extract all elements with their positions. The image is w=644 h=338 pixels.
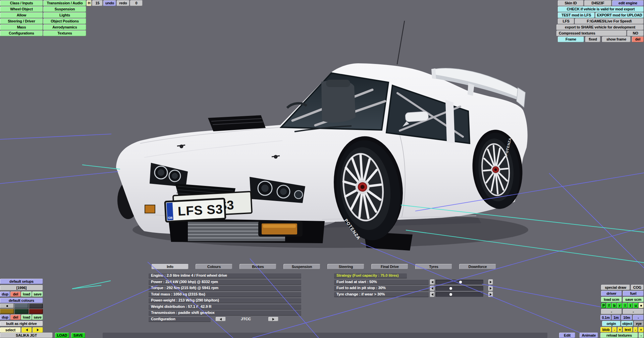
skin-id-button[interactable]: Skin ID	[558, 0, 584, 6]
built-as-right-drive[interactable]: built as right drive	[0, 321, 43, 326]
colour-swatch-5[interactable]	[14, 309, 29, 314]
colour-swatch-4[interactable]	[0, 309, 14, 314]
setup-save-button[interactable]: save	[32, 291, 43, 297]
reload-minus-button[interactable]: -	[639, 333, 644, 338]
cog-button[interactable]: COG	[631, 285, 644, 290]
tab-final-drive[interactable]: Final Drive	[371, 264, 408, 269]
frame-del-button[interactable]: del	[632, 37, 644, 42]
blob-minus-button[interactable]: -	[612, 327, 617, 332]
draw-toggle-l[interactable]: l	[623, 303, 628, 308]
pit-fuel-slider-thumb[interactable]	[449, 287, 452, 290]
configuration-prev-button[interactable]	[216, 317, 226, 321]
origin-button[interactable]: origin	[602, 321, 621, 326]
colours-save-button[interactable]: save	[32, 315, 43, 320]
animate-mode-button[interactable]: Animate	[580, 333, 598, 338]
colour-swatch-2[interactable]	[14, 303, 29, 309]
menu-suspension[interactable]: Suspension	[43, 6, 86, 12]
menu-steering-driver[interactable]: Steering / Driver	[0, 18, 43, 24]
tyre-change-slider-thumb[interactable]	[449, 293, 452, 296]
frame-fixed-button[interactable]: fixed	[585, 37, 600, 42]
text-plus-button[interactable]: +	[638, 327, 644, 332]
draw-toggle-dot[interactable]	[639, 303, 644, 308]
fuel-load-decrease-button[interactable]	[430, 279, 435, 285]
menu-class-inputs[interactable]: Class / Inputs	[0, 0, 43, 6]
check-vehicle-button[interactable]: CHECK if vehicle is valid for mod export	[558, 6, 644, 12]
tab-tyres[interactable]: Tyres	[415, 264, 452, 269]
menu-aerodynamics[interactable]: Aerodynamics	[43, 24, 86, 30]
blob-plus-button[interactable]: +	[618, 327, 622, 332]
menu-object-positions[interactable]: Object Positions	[43, 18, 86, 24]
show-frame-button[interactable]: show frame	[602, 37, 631, 42]
tab-brakes[interactable]: Brakes	[239, 264, 276, 269]
tab-suspension[interactable]: Suspension	[283, 264, 320, 269]
tyre-change-increase-button[interactable]	[488, 292, 493, 297]
colour-swatch-1[interactable]	[0, 303, 14, 309]
select-button[interactable]: select	[0, 327, 21, 333]
pit-fuel-increase-button[interactable]	[488, 286, 493, 291]
fuel-load-increase-button[interactable]	[488, 279, 493, 285]
vehicle-name[interactable]: SALIKA JGT	[0, 333, 53, 338]
menu-configurations[interactable]: Configurations	[0, 30, 43, 36]
fuel-load-slider-thumb[interactable]	[459, 281, 462, 283]
draw-toggle-u[interactable]: u	[633, 303, 638, 308]
fuel-button[interactable]: fuel	[623, 291, 644, 296]
special-draw-button[interactable]: special draw	[601, 285, 630, 290]
reload-textures-button[interactable]: reload textures	[600, 333, 638, 338]
pit-fuel-decrease-button[interactable]	[430, 286, 435, 291]
tab-downforce[interactable]: Downforce	[459, 264, 496, 269]
setup-dup-button[interactable]: dup	[0, 291, 10, 297]
draw-toggle-r[interactable]: r	[617, 303, 622, 308]
setup-name[interactable]: [1996]	[0, 285, 43, 290]
dash-button-2[interactable]: -	[623, 309, 644, 314]
text-minus-button[interactable]: -	[633, 327, 638, 332]
vehicle-3d-view[interactable]: LFS-S3 GB LFS S3	[0, 0, 644, 338]
vehicle-load-button[interactable]: LOAD	[55, 333, 69, 338]
colour-swatch-3[interactable]	[29, 303, 43, 309]
menu-lights[interactable]: Lights	[43, 12, 86, 18]
tyre-change-slider[interactable]	[436, 292, 483, 297]
frame-button[interactable]: Frame	[558, 37, 584, 42]
lfs-button[interactable]: LFS	[558, 18, 574, 24]
lfs-path[interactable]: F:\GAMES\Live For Speed\	[575, 18, 644, 24]
edit-engine-button[interactable]: edit engine	[612, 0, 644, 6]
tyre-change-decrease-button[interactable]	[430, 292, 435, 297]
scale-dash-button[interactable]: -	[633, 315, 644, 320]
draw-toggle-P[interactable]: P	[601, 303, 606, 308]
draw-toggle-f[interactable]: f	[606, 303, 611, 308]
menu-textures[interactable]: Textures	[43, 30, 86, 36]
menu-allow[interactable]: Allow	[0, 12, 43, 18]
text-button[interactable]: text	[623, 327, 633, 332]
eye-button[interactable]: eye	[634, 321, 644, 326]
undo-button[interactable]: undo	[103, 0, 116, 6]
draw-toggle-b[interactable]: b	[612, 303, 617, 308]
save-scm-button[interactable]: save scm	[623, 297, 644, 302]
history-toggle-button[interactable]: H	[87, 0, 92, 6]
fuel-load-slider[interactable]	[436, 280, 483, 284]
load-scm-button[interactable]: load scm	[601, 297, 622, 302]
vehicle-save-button[interactable]: SAVE	[71, 333, 85, 338]
tab-colours[interactable]: Colours	[196, 264, 232, 269]
colours-load-button[interactable]: load	[21, 315, 32, 320]
tab-info[interactable]: Info	[152, 264, 189, 269]
export-mod-button[interactable]: EXPORT mod for UPLOAD	[595, 12, 644, 18]
default-setups-button[interactable]: default setups	[0, 279, 43, 284]
colours-dup-button[interactable]: dup	[0, 315, 10, 320]
compressed-textures-toggle[interactable]: NO	[627, 30, 644, 36]
scale-1m-button[interactable]: 1m	[612, 315, 621, 320]
colour-swatch-6[interactable]	[29, 309, 43, 314]
menu-wheel-object[interactable]: Wheel Object	[0, 6, 43, 12]
pit-fuel-slider[interactable]	[436, 286, 483, 291]
select-prev-button[interactable]	[21, 327, 32, 333]
object-button[interactable]: object	[621, 321, 633, 326]
dash-button-1[interactable]: -	[601, 309, 622, 314]
test-mod-button[interactable]: TEST mod in LFS	[558, 12, 595, 18]
tab-steering[interactable]: Steering	[327, 264, 364, 269]
menu-mass[interactable]: Mass	[0, 24, 43, 30]
blob-button[interactable]: blob	[600, 327, 611, 332]
share-vehicle-button[interactable]: export to SHARE vehicle for development	[556, 24, 644, 30]
menu-transmission-audio[interactable]: Transmission / Audio	[43, 0, 86, 6]
setup-load-button[interactable]: load	[21, 291, 32, 297]
scale-10m-button[interactable]: 10m	[621, 315, 632, 320]
edit-mode-button[interactable]: Edit	[559, 333, 575, 338]
driver-button[interactable]: driver	[601, 291, 622, 296]
